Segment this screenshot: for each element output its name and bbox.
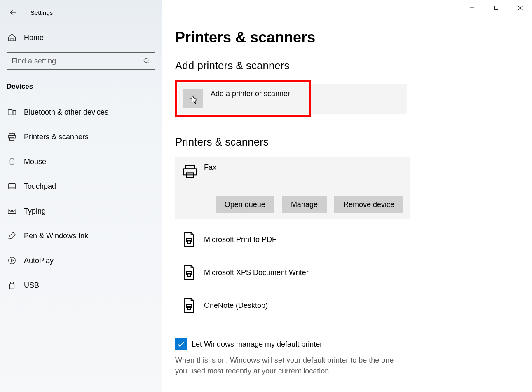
printer-item-label: OneNote (Desktop) <box>204 301 268 310</box>
sidebar-item-printers[interactable]: Printers & scanners <box>0 124 162 149</box>
search-icon <box>143 57 150 65</box>
add-printer-label: Add a printer or scanner <box>211 89 290 98</box>
printer-doc-icon <box>182 264 196 281</box>
sidebar-home[interactable]: Home <box>0 28 162 47</box>
manage-button[interactable]: Manage <box>282 196 327 213</box>
printer-item[interactable]: Microsoft XPS Document Writer <box>175 256 410 289</box>
svg-rect-3 <box>8 110 12 115</box>
maximize-button[interactable] <box>484 0 508 16</box>
sidebar-home-label: Home <box>24 33 44 42</box>
app-title: Settings <box>30 9 53 16</box>
titlebar-left: Settings <box>0 4 162 21</box>
sidebar-item-label: Pen & Windows Ink <box>24 232 88 240</box>
sidebar-item-label: Mouse <box>24 157 46 166</box>
devices-icon <box>7 108 16 117</box>
remove-device-button[interactable]: Remove device <box>334 196 403 213</box>
printer-device-icon <box>182 163 198 180</box>
page-title: Printers & scanners <box>175 29 532 46</box>
svg-rect-13 <box>8 209 16 214</box>
checkbox-checked-icon[interactable] <box>175 338 187 350</box>
sidebar-item-usb[interactable]: USB <box>0 273 162 298</box>
sidebar-item-bluetooth[interactable]: Bluetooth & other devices <box>0 100 162 124</box>
default-printer-description: When this is on, Windows will set your d… <box>175 355 406 376</box>
add-printer-highlight: Add a printer or scanner <box>175 80 311 117</box>
printer-icon <box>7 132 16 141</box>
svg-rect-4 <box>13 110 16 115</box>
back-button[interactable] <box>7 7 19 18</box>
sidebar-nav: Bluetooth & other devices Printers & sca… <box>0 100 162 298</box>
svg-marker-20 <box>11 259 14 262</box>
printer-item[interactable]: OneNote (Desktop) <box>175 289 410 322</box>
usb-icon <box>7 281 16 290</box>
svg-rect-22 <box>10 284 14 289</box>
sidebar-item-label: Bluetooth & other devices <box>24 108 108 117</box>
home-icon <box>7 33 16 42</box>
sidebar-item-mouse[interactable]: Mouse <box>0 149 162 174</box>
add-row-extension <box>309 84 407 114</box>
sidebar: Settings Home Devices Bluetooth & other … <box>0 0 162 392</box>
printer-card-selected[interactable]: Fax Open queue Manage Remove device <box>175 157 410 219</box>
printer-name: Fax <box>204 163 216 172</box>
svg-rect-7 <box>10 138 14 140</box>
add-section-header: Add printers & scanners <box>175 59 532 72</box>
svg-point-15 <box>11 210 12 211</box>
sidebar-item-label: AutoPlay <box>24 256 54 265</box>
search-box[interactable] <box>7 52 155 70</box>
add-printer-row[interactable]: Add a printer or scanner <box>178 83 309 114</box>
plus-icon <box>183 89 203 108</box>
svg-rect-5 <box>9 134 15 136</box>
default-printer-checkbox-row[interactable]: Let Windows manage my default printer <box>175 338 532 350</box>
svg-line-2 <box>148 62 149 63</box>
list-section-header: Printers & scanners <box>175 136 532 148</box>
close-button[interactable] <box>508 0 532 16</box>
autoplay-icon <box>7 256 16 265</box>
sidebar-item-touchpad[interactable]: Touchpad <box>0 174 162 199</box>
keyboard-icon <box>7 207 16 216</box>
sidebar-item-label: Printers & scanners <box>24 133 89 141</box>
svg-point-14 <box>9 210 10 211</box>
sidebar-category: Devices <box>0 70 162 96</box>
svg-point-1 <box>144 58 148 63</box>
sidebar-item-label: Touchpad <box>24 182 56 191</box>
svg-point-17 <box>14 210 14 211</box>
printer-doc-icon <box>182 297 196 314</box>
svg-rect-24 <box>495 6 498 10</box>
svg-rect-29 <box>186 165 194 169</box>
default-printer-label: Let Windows manage my default printer <box>192 340 322 349</box>
svg-rect-30 <box>184 169 196 175</box>
window-controls <box>460 0 532 16</box>
sidebar-item-pen[interactable]: Pen & Windows Ink <box>0 223 162 248</box>
printer-item[interactable]: Microsoft Print to PDF <box>175 223 410 256</box>
sidebar-item-label: Typing <box>24 207 46 216</box>
touchpad-icon <box>7 182 16 191</box>
printer-item-label: Microsoft Print to PDF <box>204 235 277 244</box>
svg-point-16 <box>12 210 13 211</box>
mouse-icon <box>7 157 16 166</box>
sidebar-item-typing[interactable]: Typing <box>0 199 162 223</box>
pen-icon <box>7 231 16 240</box>
search-input[interactable] <box>12 57 143 66</box>
svg-rect-21 <box>10 282 13 284</box>
minimize-button[interactable] <box>460 0 484 16</box>
svg-point-19 <box>9 257 16 264</box>
printer-item-label: Microsoft XPS Document Writer <box>204 268 309 277</box>
open-queue-button[interactable]: Open queue <box>216 196 274 213</box>
sidebar-item-label: USB <box>24 281 39 290</box>
printer-doc-icon <box>182 231 196 248</box>
sidebar-item-autoplay[interactable]: AutoPlay <box>0 248 162 273</box>
main-content: Printers & scanners Add printers & scann… <box>162 0 532 392</box>
